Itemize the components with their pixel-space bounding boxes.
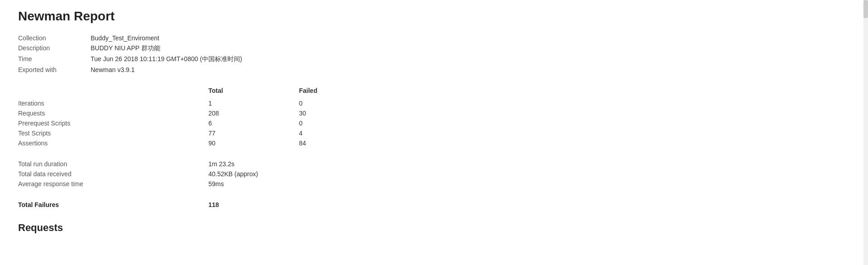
stats-failed-header: Failed — [299, 87, 390, 94]
page-title: Newman Report — [18, 9, 850, 24]
testscripts-failed: 4 — [299, 130, 390, 137]
exported-value: Newman v3.9.1 — [91, 66, 135, 73]
testscripts-total: 77 — [208, 130, 299, 137]
runtime-duration-label: Total run duration — [18, 160, 208, 168]
iterations-failed: 0 — [299, 100, 390, 107]
info-section: Collection Buddy_Test_Enviroment Descrip… — [18, 34, 850, 73]
failures-value: 118 — [208, 201, 219, 208]
stats-row-requests: Requests 208 30 — [18, 110, 850, 117]
prerequest-failed: 0 — [299, 120, 390, 127]
time-label: Time — [18, 55, 91, 63]
requests-label: Requests — [18, 110, 208, 117]
stats-row-testscripts: Test Scripts 77 4 — [18, 130, 850, 137]
stats-header-row: Total Failed — [18, 87, 850, 96]
collection-value: Buddy_Test_Enviroment — [91, 34, 159, 42]
runtime-data-row: Total data received 40.52KB (approx) — [18, 170, 850, 178]
collection-label: Collection — [18, 34, 91, 42]
scrollbar-thumb[interactable] — [863, 0, 868, 18]
time-row: Time Tue Jun 26 2018 10:11:19 GMT+0800 (… — [18, 55, 850, 63]
iterations-label: Iterations — [18, 100, 208, 107]
failures-label: Total Failures — [18, 201, 208, 208]
exported-row: Exported with Newman v3.9.1 — [18, 66, 850, 73]
description-value: BUDDY NIU APP 群功能 — [91, 44, 160, 53]
assertions-failed: 84 — [299, 140, 390, 147]
runtime-duration-row: Total run duration 1m 23.2s — [18, 160, 850, 168]
stats-row-assertions: Assertions 90 84 — [18, 140, 850, 147]
runtime-data-label: Total data received — [18, 170, 208, 178]
runtime-response-value: 59ms — [208, 180, 224, 188]
requests-heading: Requests — [18, 222, 850, 234]
testscripts-label: Test Scripts — [18, 130, 208, 137]
description-row: Description BUDDY NIU APP 群功能 — [18, 44, 850, 53]
iterations-total: 1 — [208, 100, 299, 107]
failures-row: Total Failures 118 — [18, 201, 850, 208]
stats-header-empty — [18, 87, 208, 94]
exported-label: Exported with — [18, 66, 91, 73]
prerequest-total: 6 — [208, 120, 299, 127]
runtime-response-row: Average response time 59ms — [18, 180, 850, 188]
runtime-section: Total run duration 1m 23.2s Total data r… — [18, 160, 850, 188]
assertions-label: Assertions — [18, 140, 208, 147]
requests-failed: 30 — [299, 110, 390, 117]
stats-section: Total Failed Iterations 1 0 Requests 208… — [18, 87, 850, 147]
stats-row-prerequest: Prerequest Scripts 6 0 — [18, 120, 850, 127]
assertions-total: 90 — [208, 140, 299, 147]
failures-section: Total Failures 118 — [18, 201, 850, 208]
description-label: Description — [18, 44, 91, 53]
runtime-data-value: 40.52KB (approx) — [208, 170, 258, 178]
requests-total: 208 — [208, 110, 299, 117]
collection-row: Collection Buddy_Test_Enviroment — [18, 34, 850, 42]
stats-row-iterations: Iterations 1 0 — [18, 100, 850, 107]
runtime-response-label: Average response time — [18, 180, 208, 188]
time-value: Tue Jun 26 2018 10:11:19 GMT+0800 (中国标准时… — [91, 55, 242, 63]
scrollbar-track[interactable] — [863, 0, 868, 265]
stats-total-header: Total — [208, 87, 299, 94]
prerequest-label: Prerequest Scripts — [18, 120, 208, 127]
runtime-duration-value: 1m 23.2s — [208, 160, 235, 168]
